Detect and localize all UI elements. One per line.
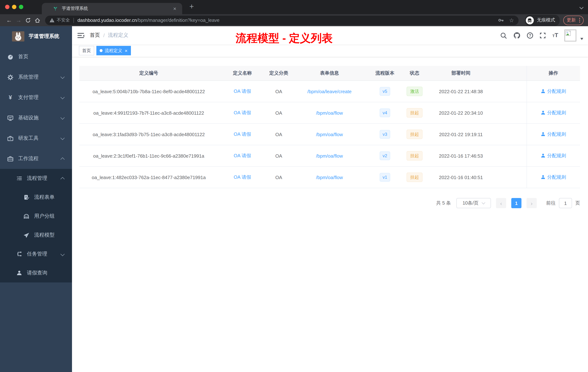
browser-menu-icon[interactable] <box>579 18 580 22</box>
tab-close-icon[interactable]: × <box>173 6 176 11</box>
incognito-icon <box>526 16 534 24</box>
logo-avatar <box>12 31 24 42</box>
next-page-button[interactable]: › <box>526 198 537 208</box>
briefcase-icon <box>7 156 13 162</box>
help-icon[interactable]: ? <box>527 32 533 38</box>
form-info-link[interactable]: /bpm/oa/flow <box>316 175 343 180</box>
form-doc-icon <box>23 194 30 200</box>
status-badge: 挂起 <box>407 173 422 182</box>
assign-rule-link[interactable]: 分配规则 <box>541 131 566 138</box>
tag-home[interactable]: 首页 <box>79 46 94 55</box>
form-info-link[interactable]: /bpm/oa/flow <box>316 110 343 116</box>
sidebar-item-home[interactable]: 首页 <box>0 47 72 67</box>
url-text[interactable]: dashboard.yudao.iocoder.cn/bpm/manager/d… <box>77 17 494 23</box>
sidebar: 芋道管理系统 首页 系统管理 ¥ 支付管理 <box>0 26 72 372</box>
chevron-up-icon <box>61 157 65 162</box>
chevron-down-icon <box>61 116 65 120</box>
chevron-down-icon <box>482 201 485 204</box>
gear-icon <box>7 74 13 80</box>
table-row: oa_leave:3:1fad3d93-7b75-11ec-a3c8-acde4… <box>79 124 580 145</box>
font-size-icon[interactable]: TT <box>552 32 558 39</box>
sidebar-item-user-group[interactable]: 用户分组 <box>0 207 72 226</box>
status-badge: 挂起 <box>407 130 422 139</box>
back-icon[interactable]: ← <box>4 17 14 23</box>
goto-page-input[interactable] <box>559 198 572 208</box>
sidebar-item-process-model[interactable]: 流程模型 <box>0 226 72 245</box>
user-icon <box>16 270 22 276</box>
goto-unit-label: 页 <box>575 200 580 206</box>
annotation-title: 流程模型 - 定义列表 <box>236 31 333 46</box>
avatar-dropdown-caret-icon[interactable] <box>580 38 583 40</box>
active-tag-dot <box>100 49 103 52</box>
avatar[interactable] <box>564 29 576 41</box>
sidebar-item-leave-query[interactable]: 请假查询 <box>0 263 72 283</box>
reload-icon[interactable] <box>23 17 33 23</box>
bookmark-star-icon[interactable]: ☆ <box>509 17 514 23</box>
sidebar-item-process-form[interactable]: 流程表单 <box>0 188 72 207</box>
page-size-select[interactable]: 10条/页 <box>456 198 491 208</box>
table-header-row: 定义编号 定义名称 定义分类 表单信息 流程版本 状态 部署时间 操作 <box>79 66 580 81</box>
tag-process-definition[interactable]: 流程定义 × <box>96 46 131 55</box>
tag-close-icon[interactable]: × <box>125 48 127 53</box>
app-logo[interactable]: 芋道管理系统 <box>0 26 72 47</box>
col-status: 状态 <box>402 66 427 81</box>
forward-icon[interactable]: → <box>14 17 23 23</box>
col-definition-category: 定义分类 <box>267 66 291 81</box>
chevron-down-icon <box>61 252 65 256</box>
security-label[interactable]: 不安全 <box>57 17 70 23</box>
user-icon <box>541 175 546 180</box>
window-close-button[interactable] <box>5 5 10 9</box>
status-badge: 挂起 <box>407 151 422 161</box>
new-tab-button[interactable]: + <box>187 1 197 12</box>
col-definition-id: 定义编号 <box>79 66 218 81</box>
screen: 芋道管理系统 × + ← → 不安全 dashboard.yudao.iocod… <box>0 0 588 372</box>
assign-rule-link[interactable]: 分配规则 <box>541 153 566 159</box>
sidebar-item-payment[interactable]: ¥ 支付管理 <box>0 87 72 108</box>
sidebar-item-devtools[interactable]: 研发工具 <box>0 128 72 149</box>
breadcrumb-current: 流程定义 <box>108 32 128 39</box>
browser-update-button[interactable]: 更新 <box>563 15 584 25</box>
sidebar-item-process-mgmt[interactable]: 流程管理 <box>0 169 72 188</box>
group-face-icon <box>23 213 30 219</box>
hamburger-icon[interactable] <box>72 26 90 44</box>
col-definition-name: 定义名称 <box>218 66 267 81</box>
tab-search-chevron-icon[interactable] <box>579 5 584 10</box>
sidebar-item-task-mgmt[interactable]: 任务管理 <box>0 245 72 263</box>
url-bar[interactable]: 不安全 dashboard.yudao.iocoder.cn/bpm/manag… <box>45 15 518 25</box>
yen-icon: ¥ <box>7 94 13 101</box>
table-row: oa_leave:1:482ec033-762a-11ec-8477-a2380… <box>79 166 580 188</box>
sidebar-item-infra[interactable]: 基础设施 <box>0 108 72 128</box>
breadcrumb-home[interactable]: 首页 <box>90 32 100 39</box>
window-minimize-button[interactable] <box>12 5 16 9</box>
definition-name-link[interactable]: OA 请假 <box>234 88 251 94</box>
fullscreen-icon[interactable] <box>539 32 546 39</box>
version-badge: v4 <box>380 109 390 117</box>
col-form-info: 表单信息 <box>291 66 368 81</box>
password-key-icon[interactable] <box>498 17 504 23</box>
assign-rule-link[interactable]: 分配规则 <box>541 88 566 95</box>
search-icon[interactable] <box>500 32 507 39</box>
assign-rule-link[interactable]: 分配规则 <box>541 174 566 181</box>
browser-tab[interactable]: 芋道管理系统 × <box>42 3 182 14</box>
definition-name-link[interactable]: OA 请假 <box>234 174 251 180</box>
home-icon[interactable] <box>33 17 42 23</box>
form-info-link[interactable]: /bpm/oa/leave/create <box>307 89 352 94</box>
form-info-link[interactable]: /bpm/oa/flow <box>316 153 343 159</box>
definition-name-link[interactable]: OA 请假 <box>234 153 251 158</box>
security-warning-icon[interactable] <box>50 18 54 22</box>
browser-tabstrip: 芋道管理系统 × + <box>0 0 588 14</box>
assign-rule-link[interactable]: 分配规则 <box>541 109 566 116</box>
form-info-link[interactable]: /bpm/oa/flow <box>316 131 343 137</box>
sidebar-item-workflow[interactable]: 工作流程 <box>0 149 72 169</box>
current-page-button[interactable]: 1 <box>511 198 521 208</box>
flow-list-icon <box>16 175 22 181</box>
definition-name-link[interactable]: OA 请假 <box>234 131 251 137</box>
prev-page-button[interactable]: ‹ <box>496 198 506 208</box>
definition-name-link[interactable]: OA 请假 <box>234 110 251 115</box>
github-icon[interactable] <box>513 32 521 39</box>
version-badge: v2 <box>380 152 390 160</box>
sidebar-item-system[interactable]: 系统管理 <box>0 67 72 87</box>
toolbox-icon <box>7 135 13 142</box>
window-zoom-button[interactable] <box>19 5 23 9</box>
table-body: oa_leave:5:004b710b-7b8a-11ec-8ef0-acde4… <box>79 81 580 188</box>
